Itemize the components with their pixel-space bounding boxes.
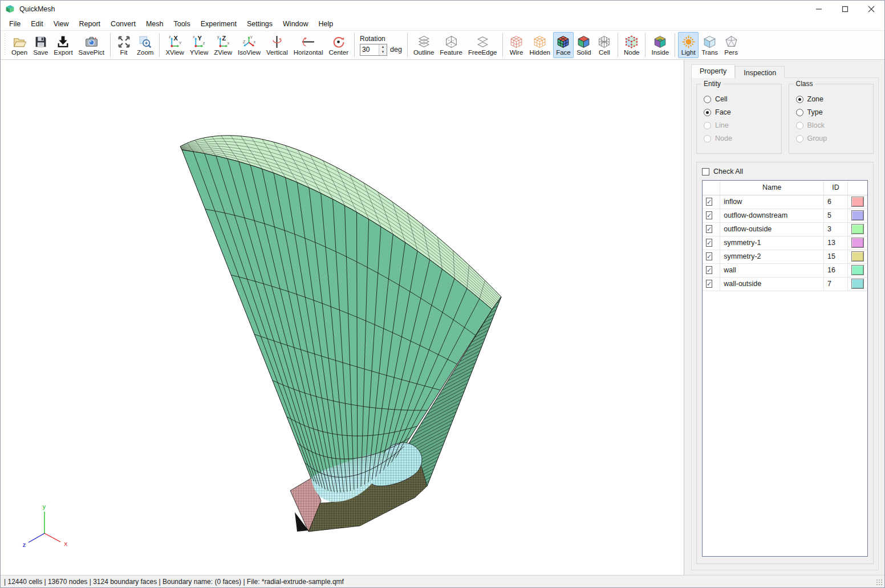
row-checkbox[interactable]: ✓: [706, 225, 712, 233]
radio-cell[interactable]: Cell: [704, 95, 776, 103]
table-row[interactable]: ✓wall16: [703, 263, 867, 277]
light-icon: [681, 34, 696, 49]
toolbar-button-center[interactable]: Center: [326, 32, 352, 58]
menu-item-experiment[interactable]: Experiment: [196, 18, 242, 30]
zone-color-swatch[interactable]: [851, 197, 864, 207]
toolbar-button-fit[interactable]: Fit: [113, 32, 134, 58]
close-button[interactable]: [858, 1, 884, 18]
menu-item-file[interactable]: File: [4, 18, 26, 30]
radio-type[interactable]: Type: [796, 108, 868, 116]
menu-item-convert[interactable]: Convert: [105, 18, 141, 30]
toolbar-button-export[interactable]: Export: [51, 32, 75, 58]
resize-grip[interactable]: [876, 579, 883, 586]
rotation-spin-down[interactable]: ▼: [379, 50, 387, 55]
toolbar-button-outline[interactable]: Outline: [411, 32, 437, 58]
row-checkbox-cell[interactable]: ✓: [703, 222, 720, 236]
toolbar-button-hidden[interactable]: Hidden: [526, 32, 553, 58]
row-checkbox[interactable]: ✓: [706, 198, 712, 206]
toolbar-button-pers[interactable]: Pers: [721, 32, 741, 58]
toolbar-button-isoview[interactable]: YZxIsoView: [235, 32, 263, 58]
row-checkbox[interactable]: ✓: [706, 211, 712, 219]
toolbar-drag-handle[interactable]: [3, 34, 6, 56]
header-color-col: [848, 181, 868, 195]
toolbar-button-label: Light: [681, 49, 696, 56]
row-checkbox[interactable]: ✓: [706, 266, 712, 274]
row-checkbox-cell[interactable]: ✓: [703, 236, 720, 250]
menu-item-report[interactable]: Report: [74, 18, 106, 30]
radio-zone[interactable]: Zone: [796, 95, 868, 103]
menu-item-view[interactable]: View: [48, 18, 74, 30]
svg-text:z: z: [169, 35, 171, 39]
radio-face[interactable]: Face: [704, 108, 776, 116]
table-row[interactable]: ✓symmetry-113: [703, 236, 867, 250]
radio-circle-icon[interactable]: [796, 96, 803, 103]
table-row[interactable]: ✓inflow6: [703, 195, 867, 209]
menu-item-settings[interactable]: Settings: [242, 18, 278, 30]
freeedge-icon: [475, 34, 490, 49]
check-all-checkbox[interactable]: [702, 168, 709, 175]
menu-item-tools[interactable]: Tools: [168, 18, 195, 30]
zone-table[interactable]: Name ID ✓inflow6✓outflow-downstream5✓out…: [702, 180, 868, 557]
header-name[interactable]: Name: [720, 181, 824, 195]
table-row[interactable]: ✓wall-outside7: [703, 277, 867, 291]
table-row[interactable]: ✓symmetry-215: [703, 250, 867, 263]
toolbar-button-cell[interactable]: Cell: [594, 32, 615, 58]
row-checkbox[interactable]: ✓: [706, 239, 712, 247]
zone-color-swatch[interactable]: [851, 251, 864, 262]
zone-color-swatch[interactable]: [851, 210, 864, 220]
minimize-button[interactable]: [806, 1, 832, 18]
toolbar-button-savepict[interactable]: SavePict: [76, 32, 107, 58]
rotation-input[interactable]: [360, 44, 379, 55]
maximize-button[interactable]: [832, 1, 858, 18]
zone-color-swatch[interactable]: [851, 238, 864, 248]
zone-color-cell: [848, 209, 868, 222]
menu-item-window[interactable]: Window: [278, 18, 313, 30]
rotation-spin-up[interactable]: ▲: [379, 44, 387, 50]
toolbar-button-open[interactable]: Open: [9, 32, 30, 58]
toolbar-button-label: IsoView: [238, 49, 261, 56]
radio-circle-icon[interactable]: [796, 109, 803, 116]
row-checkbox[interactable]: ✓: [706, 252, 712, 260]
zone-color-swatch[interactable]: [851, 224, 864, 234]
toolbar-separator: [110, 33, 111, 57]
menu-item-edit[interactable]: Edit: [26, 18, 48, 30]
table-row[interactable]: ✓outflow-downstream5: [703, 209, 867, 222]
toolbar-button-feature[interactable]: Feature: [437, 32, 465, 58]
zone-color-swatch[interactable]: [851, 279, 864, 289]
toolbar-button-xview[interactable]: zYXXView: [163, 32, 186, 58]
menu-item-mesh[interactable]: Mesh: [141, 18, 169, 30]
toolbar-button-light[interactable]: Light: [678, 32, 699, 58]
toolbar-button-solid[interactable]: Solid: [574, 32, 594, 58]
toolbar-button-zoom[interactable]: Zoom: [134, 32, 156, 58]
xview-icon: zYX: [168, 34, 182, 49]
row-checkbox[interactable]: ✓: [706, 280, 712, 288]
radio-circle-icon[interactable]: [704, 96, 711, 103]
toolbar-button-wire[interactable]: Wire: [506, 32, 526, 58]
row-checkbox-cell[interactable]: ✓: [703, 263, 720, 277]
toolbar-button-save[interactable]: Save: [30, 32, 51, 58]
viewport-3d[interactable]: yxz: [1, 60, 684, 575]
toolbar-button-yview[interactable]: xzYYView: [187, 32, 211, 58]
toolbar-button-node[interactable]: Node: [621, 32, 643, 58]
toolbar-button-zview[interactable]: yxZZView: [211, 32, 235, 58]
toolbar-button-vertical[interactable]: Vertical: [263, 32, 291, 58]
row-checkbox-cell[interactable]: ✓: [703, 195, 720, 209]
row-checkbox-cell[interactable]: ✓: [703, 250, 720, 263]
zone-color-swatch[interactable]: [851, 265, 864, 275]
radio-circle-icon[interactable]: [704, 109, 711, 116]
svg-text:Z: Z: [222, 35, 226, 42]
toolbar-button-freeedge[interactable]: FreeEdge: [465, 32, 500, 58]
toolbar-button-face[interactable]: Face: [553, 32, 574, 58]
table-row[interactable]: ✓outflow-outside3: [703, 222, 867, 236]
toolbar-button-inside[interactable]: Inside: [648, 32, 672, 58]
menu-item-help[interactable]: Help: [314, 18, 339, 30]
rotation-label: Rotation: [360, 35, 402, 43]
tab-property[interactable]: Property: [691, 64, 735, 78]
toolbar-button-trans[interactable]: Trans: [699, 32, 721, 58]
row-checkbox-cell[interactable]: ✓: [703, 209, 720, 222]
header-id[interactable]: ID: [824, 181, 848, 195]
toolbar-button-horizontal[interactable]: Horizontal: [291, 32, 326, 58]
header-checkbox-col: [703, 181, 720, 195]
tab-inspection[interactable]: Inspection: [735, 66, 785, 78]
row-checkbox-cell[interactable]: ✓: [703, 277, 720, 291]
